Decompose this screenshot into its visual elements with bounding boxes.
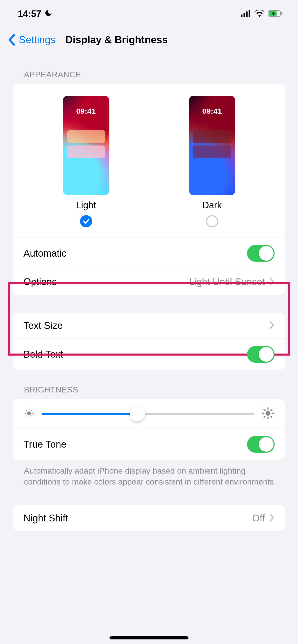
automatic-toggle[interactable] [247,245,275,262]
night-shift-group: Night Shift Off [13,505,285,531]
preview-widget [193,130,231,143]
bold-text-row: Bold Text [13,339,285,370]
status-left: 14:57 [18,9,52,19]
chevron-right-icon [269,514,275,523]
options-row[interactable]: Options Light Until Sunset [13,269,285,295]
svg-line-24 [271,409,272,411]
preview-time: 09:41 [63,107,109,115]
options-label: Options [23,276,57,287]
options-value: Light Until Sunset [189,276,265,287]
preview-widget [67,145,105,158]
wifi-icon [255,9,264,19]
light-label: Light [76,200,96,211]
sun-max-icon [261,407,275,421]
svg-rect-2 [246,11,248,17]
svg-point-16 [265,411,270,416]
svg-line-15 [32,410,32,411]
true-tone-toggle[interactable] [247,436,275,453]
svg-line-13 [32,416,32,416]
slider-thumb[interactable] [130,406,145,421]
svg-rect-3 [249,10,250,17]
svg-line-23 [264,416,265,417]
home-indicator[interactable] [110,636,188,639]
dark-label: Dark [202,200,222,211]
text-size-label: Text Size [23,320,63,331]
text-size-row[interactable]: Text Size [13,313,285,339]
dark-preview: 09:41 [189,96,235,195]
svg-point-7 [27,412,31,415]
svg-rect-0 [241,14,242,17]
bold-text-label: Bold Text [23,349,63,360]
svg-line-22 [271,416,272,417]
night-shift-value: Off [252,513,265,524]
automatic-label: Automatic [23,248,66,259]
status-time: 14:57 [18,9,41,19]
sun-min-icon [23,408,35,420]
status-bar: 14:57 [0,0,298,28]
true-tone-row: True Tone [13,429,285,460]
brightness-group: True Tone [13,399,285,460]
appearance-light-option[interactable]: 09:41 Light [63,96,109,227]
back-label: Settings [19,34,56,46]
automatic-row: Automatic [13,238,285,269]
preview-widget [67,130,105,143]
light-radio[interactable] [80,215,92,227]
svg-line-21 [264,409,265,411]
back-button[interactable]: Settings [8,34,56,46]
svg-rect-1 [243,13,245,17]
chevron-right-icon [269,321,275,330]
appearance-dark-option[interactable]: 09:41 Dark [189,96,235,227]
true-tone-label: True Tone [23,439,66,450]
brightness-slider[interactable] [42,413,254,415]
section-header-brightness: BRIGHTNESS [0,370,298,399]
svg-line-14 [26,416,26,416]
light-preview: 09:41 [63,96,109,195]
appearance-group: 09:41 Light 09:41 Dark Automatic Options [13,84,285,295]
true-tone-footer: Automatically adapt iPhone display based… [0,460,298,487]
bold-text-toggle[interactable] [247,346,275,363]
night-shift-label: Night Shift [23,513,68,524]
preview-widget [193,145,231,158]
text-group: Text Size Bold Text [13,313,285,370]
appearance-mode-row: 09:41 Light 09:41 Dark [13,84,285,238]
battery-icon [268,9,283,19]
navigation-bar: Settings Display & Brightness [0,28,298,55]
cellular-icon [241,9,251,19]
dark-radio[interactable] [206,215,218,227]
svg-line-12 [26,410,26,411]
preview-time: 09:41 [189,107,235,115]
page-title: Display & Brightness [65,34,168,46]
chevron-right-icon [269,277,275,287]
status-right [241,9,283,19]
brightness-slider-row [13,399,285,429]
svg-rect-5 [281,12,282,15]
section-header-appearance: APPEARANCE [0,55,298,84]
night-shift-row[interactable]: Night Shift Off [13,505,285,531]
moon-icon [44,9,52,19]
